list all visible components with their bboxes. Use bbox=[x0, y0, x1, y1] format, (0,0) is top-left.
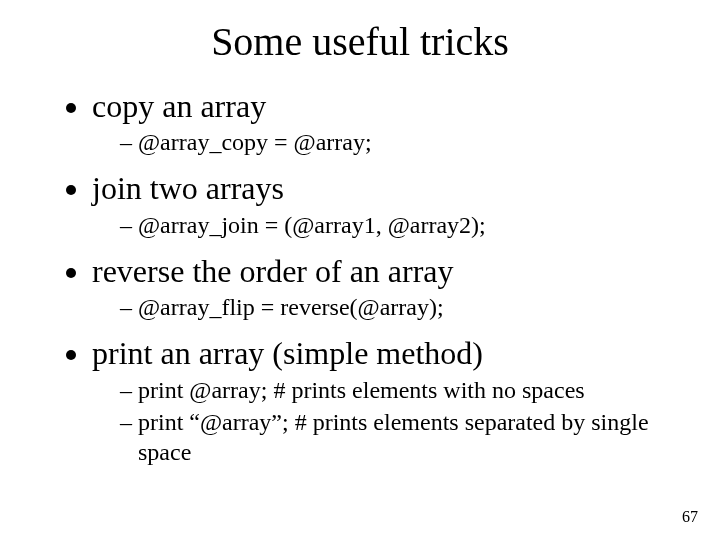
sub-list: @array_flip = reverse(@array); bbox=[92, 292, 680, 322]
sub-item: @array_copy = @array; bbox=[120, 127, 680, 157]
slide-title: Some useful tricks bbox=[40, 18, 680, 65]
bullet-reverse-array: reverse the order of an array @array_fli… bbox=[92, 252, 680, 322]
sub-list: print @array; # prints elements with no … bbox=[92, 375, 680, 467]
sub-item: @array_join = (@array1, @array2); bbox=[120, 210, 680, 240]
page-number: 67 bbox=[682, 508, 698, 526]
bullet-text: join two arrays bbox=[92, 170, 284, 206]
sub-list: @array_join = (@array1, @array2); bbox=[92, 210, 680, 240]
sub-list: @array_copy = @array; bbox=[92, 127, 680, 157]
slide: Some useful tricks copy an array @array_… bbox=[0, 0, 720, 540]
bullet-list: copy an array @array_copy = @array; join… bbox=[40, 87, 680, 467]
bullet-text: print an array (simple method) bbox=[92, 335, 483, 371]
bullet-text: copy an array bbox=[92, 88, 266, 124]
bullet-print-array: print an array (simple method) print @ar… bbox=[92, 334, 680, 466]
sub-item: print “@array”; # prints elements separa… bbox=[120, 407, 680, 467]
bullet-text: reverse the order of an array bbox=[92, 253, 454, 289]
sub-item: @array_flip = reverse(@array); bbox=[120, 292, 680, 322]
bullet-join-arrays: join two arrays @array_join = (@array1, … bbox=[92, 169, 680, 239]
bullet-copy-array: copy an array @array_copy = @array; bbox=[92, 87, 680, 157]
sub-item: print @array; # prints elements with no … bbox=[120, 375, 680, 405]
